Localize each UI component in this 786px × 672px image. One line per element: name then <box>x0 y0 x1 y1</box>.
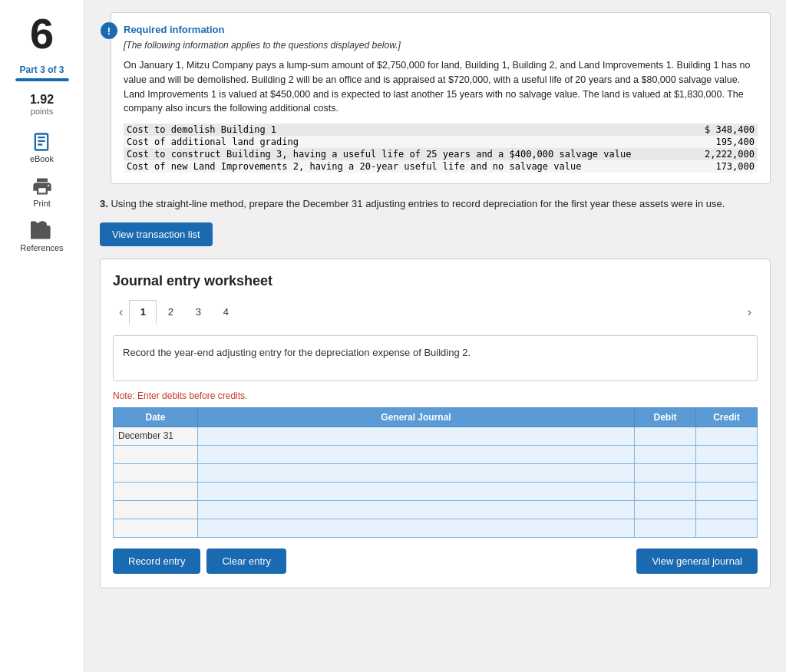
debit-cell[interactable] <box>635 482 696 500</box>
debit-cell[interactable] <box>635 463 696 482</box>
question-description: Using the straight-line method, prepare … <box>111 198 725 209</box>
question-number: 6 <box>30 12 54 55</box>
journal-worksheet: Journal entry worksheet ‹ 1 2 3 4 › Reco… <box>100 259 771 588</box>
date-cell <box>114 500 198 519</box>
journal-input[interactable] <box>203 486 629 496</box>
book-icon <box>31 131 52 153</box>
date-cell <box>114 519 198 537</box>
info-subtitle: [The following information applies to th… <box>124 40 758 51</box>
journal-title: Journal entry worksheet <box>113 273 758 289</box>
tab-2[interactable]: 2 <box>157 300 184 324</box>
clear-entry-button[interactable]: Clear entry <box>206 548 286 574</box>
references-button[interactable]: References <box>20 220 63 252</box>
col-date: Date <box>114 407 198 427</box>
tab-prev-button[interactable]: ‹ <box>113 302 129 322</box>
cost-table: Cost to demolish Building 1$ 348,400Cost… <box>124 124 758 173</box>
table-row <box>114 500 758 519</box>
credit-input[interactable] <box>701 449 752 460</box>
journal-cell[interactable] <box>198 445 635 463</box>
debit-input[interactable] <box>639 486 691 496</box>
record-entry-button[interactable]: Record entry <box>113 548 200 574</box>
tabs-container: ‹ 1 2 3 4 › <box>113 300 758 324</box>
debit-cell[interactable] <box>635 500 696 519</box>
progress-bar <box>15 78 69 81</box>
col-credit: Credit <box>696 407 758 427</box>
journal-cell[interactable] <box>198 519 635 537</box>
table-row: December 31 <box>114 427 758 445</box>
credit-cell[interactable] <box>696 519 758 537</box>
tab-next-button[interactable]: › <box>741 302 758 322</box>
journal-input[interactable] <box>203 522 629 533</box>
col-general-journal: General Journal <box>198 407 635 427</box>
tab-1[interactable]: 1 <box>129 300 157 324</box>
date-cell <box>114 463 198 482</box>
info-icon: ! <box>101 22 117 39</box>
ebook-button[interactable]: eBook <box>30 131 54 163</box>
debit-input[interactable] <box>639 449 691 460</box>
table-row <box>114 463 758 482</box>
info-title: Required information <box>124 24 758 35</box>
debit-input[interactable] <box>639 522 691 533</box>
bottom-buttons: Record entry Clear entry View general jo… <box>113 548 758 574</box>
debit-input[interactable] <box>639 504 691 515</box>
credit-cell[interactable] <box>696 463 758 482</box>
points-value: 1.92 <box>30 92 54 107</box>
credit-cell[interactable] <box>696 482 758 500</box>
credit-cell[interactable] <box>696 445 758 463</box>
table-row <box>114 519 758 537</box>
question-number-label: 3. <box>100 198 108 209</box>
col-debit: Debit <box>635 407 696 427</box>
journal-table: Date General Journal Debit Credit Decemb… <box>113 407 758 538</box>
tab-4[interactable]: 4 <box>212 300 239 324</box>
journal-cell[interactable] <box>198 427 635 445</box>
journal-cell[interactable] <box>198 500 635 519</box>
credit-input[interactable] <box>701 522 752 533</box>
debit-input[interactable] <box>639 430 691 441</box>
date-cell: December 31 <box>114 427 198 445</box>
debit-cell[interactable] <box>635 519 696 537</box>
credit-input[interactable] <box>701 430 752 441</box>
journal-input[interactable] <box>203 504 629 515</box>
credit-cell[interactable] <box>696 500 758 519</box>
view-general-journal-button[interactable]: View general journal <box>636 548 758 574</box>
credit-cell[interactable] <box>696 427 758 445</box>
journal-cell[interactable] <box>198 482 635 500</box>
question-text: 3. Using the straight-line method, prepa… <box>100 196 771 212</box>
references-label: References <box>20 243 63 252</box>
debit-cell[interactable] <box>635 427 696 445</box>
debit-cell[interactable] <box>635 445 696 463</box>
journal-input[interactable] <box>203 467 629 478</box>
journal-input[interactable] <box>203 449 629 460</box>
info-box: ! Required information [The following in… <box>111 12 771 184</box>
part-label: Part 3 of 3 <box>19 64 64 75</box>
points-label: points <box>31 107 53 116</box>
instruction-box: Record the year-end adjusting entry for … <box>113 335 758 381</box>
instruction-text: Record the year-end adjusting entry for … <box>123 347 471 358</box>
note-text: Note: Enter debits before credits. <box>113 390 758 401</box>
print-button[interactable]: Print <box>31 176 53 208</box>
view-transaction-button[interactable]: View transaction list <box>100 222 213 246</box>
journal-cell[interactable] <box>198 463 635 482</box>
progress-fill <box>15 78 69 81</box>
journal-input[interactable] <box>203 430 629 441</box>
sidebar: 6 Part 3 of 3 1.92 points eBook Print Re… <box>0 0 84 672</box>
date-cell <box>114 482 198 500</box>
print-icon <box>31 176 53 197</box>
tab-3[interactable]: 3 <box>184 300 212 324</box>
date-cell <box>114 445 198 463</box>
main-content: ! Required information [The following in… <box>84 0 786 672</box>
credit-input[interactable] <box>701 467 752 478</box>
credit-input[interactable] <box>701 486 752 496</box>
credit-input[interactable] <box>701 504 752 515</box>
debit-input[interactable] <box>639 467 691 478</box>
info-body: On January 1, Mitzu Company pays a lump-… <box>124 58 758 116</box>
table-row <box>114 445 758 463</box>
table-row <box>114 482 758 500</box>
print-label: Print <box>33 199 51 208</box>
ebook-label: eBook <box>30 154 54 163</box>
references-icon <box>31 220 52 242</box>
